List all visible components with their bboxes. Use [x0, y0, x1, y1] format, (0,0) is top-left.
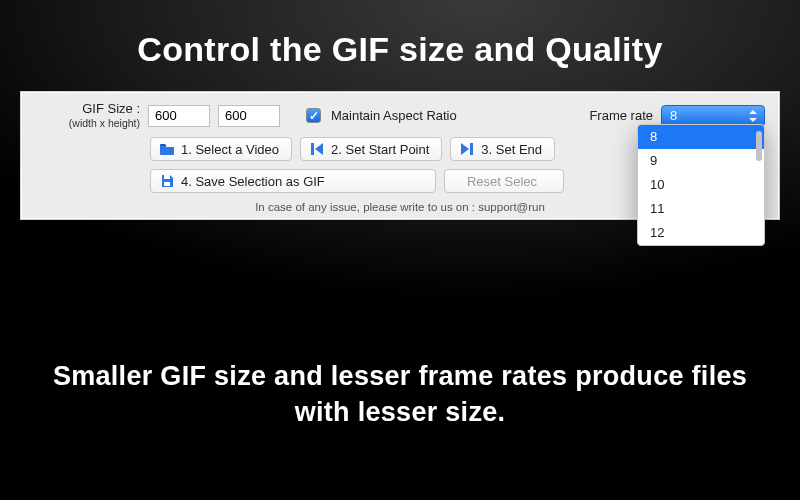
set-end-button[interactable]: 3. Set End: [450, 137, 555, 161]
headline: Control the GIF size and Quality: [0, 0, 800, 91]
dropdown-scroll-thumb[interactable]: [756, 131, 762, 161]
set-end-label: 3. Set End: [481, 142, 542, 157]
svg-rect-3: [164, 182, 170, 186]
set-start-button[interactable]: 2. Set Start Point: [300, 137, 442, 161]
save-gif-button[interactable]: 4. Save Selection as GIF: [150, 169, 436, 193]
gif-size-label: GIF Size : (width x height): [35, 102, 140, 129]
reset-label: Reset Selec: [467, 174, 537, 189]
select-video-label: 1. Select a Video: [181, 142, 279, 157]
dropdown-option[interactable]: 10: [638, 173, 764, 197]
save-gif-label: 4. Save Selection as GIF: [181, 174, 325, 189]
gif-size-label-main: GIF Size :: [35, 102, 140, 117]
svg-rect-1: [470, 143, 473, 155]
footer-text: Smaller GIF size and lesser frame rates …: [0, 358, 800, 431]
dropdown-option[interactable]: 12: [638, 221, 764, 245]
settings-panel: GIF Size : (width x height) Maintain Asp…: [20, 91, 780, 220]
dropdown-option[interactable]: 11: [638, 197, 764, 221]
svg-rect-2: [164, 175, 170, 179]
dropdown-option[interactable]: 8: [638, 125, 764, 149]
aspect-ratio-label: Maintain Aspect Ratio: [331, 108, 457, 123]
gif-size-label-sub: (width x height): [35, 117, 140, 129]
reset-button[interactable]: Reset Selec: [444, 169, 564, 193]
gif-height-input[interactable]: [218, 105, 280, 127]
gif-width-input[interactable]: [148, 105, 210, 127]
frame-rate-label: Frame rate: [589, 108, 653, 123]
select-video-button[interactable]: 1. Select a Video: [150, 137, 292, 161]
skip-start-icon: [309, 141, 325, 157]
chevron-up-down-icon: [748, 109, 758, 123]
dropdown-scrollbar[interactable]: [756, 131, 762, 239]
set-start-label: 2. Set Start Point: [331, 142, 429, 157]
aspect-ratio-checkbox[interactable]: [306, 108, 321, 123]
frame-rate-select-value: 8: [670, 108, 677, 123]
frame-rate-dropdown[interactable]: 8 9 10 11 12: [637, 124, 765, 246]
skip-end-icon: [459, 141, 475, 157]
save-icon: [159, 173, 175, 189]
svg-rect-0: [311, 143, 314, 155]
folder-icon: [159, 141, 175, 157]
dropdown-option[interactable]: 9: [638, 149, 764, 173]
